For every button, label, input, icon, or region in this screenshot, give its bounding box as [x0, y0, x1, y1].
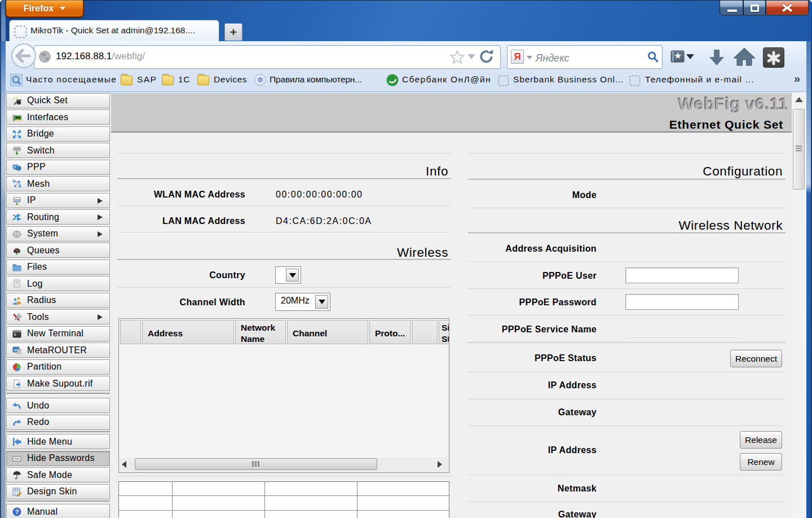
svg-text:255: 255: [14, 198, 20, 201]
svg-text:?: ?: [15, 508, 19, 515]
svg-text:Ф: Ф: [258, 76, 263, 84]
